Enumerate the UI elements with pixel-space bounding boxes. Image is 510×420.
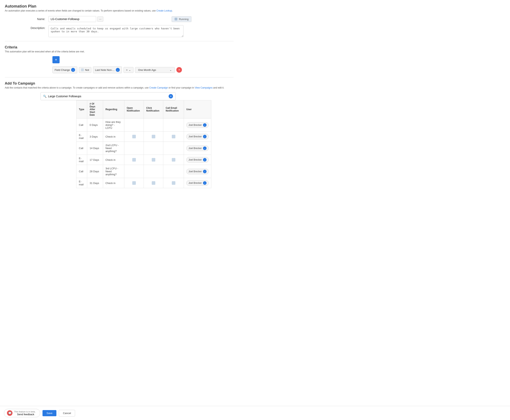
table-row: E-mail3 DaysCheck in Joel Brecker ⌄: [76, 132, 211, 142]
criteria-title: Criteria: [5, 45, 234, 49]
user-chevron-icon: ⌄: [203, 135, 206, 138]
user-chevron-icon: ⌄: [203, 158, 206, 162]
campaign-table: Type # Of Days After Start Date Regardin…: [76, 100, 211, 188]
user-dropdown[interactable]: Joel Brecker ⌄: [186, 157, 209, 163]
name-label: Name:: [29, 17, 48, 21]
one-month-dropdown[interactable]: One Month Ago ⌄: [135, 67, 175, 73]
field-change-dropdown[interactable]: Field Change ⌄: [53, 67, 77, 73]
table-row: Call0 DaysHow are they doing? - LCFU Joe…: [76, 119, 211, 132]
create-campaign-link[interactable]: Create Campaign: [149, 86, 168, 89]
name-dots-button[interactable]: ···: [97, 16, 103, 22]
col-regarding: Regarding: [103, 100, 124, 119]
campaign-search-icon: 🔍: [43, 95, 46, 98]
criteria-subtitle: This automation plan will be executed wh…: [5, 50, 234, 53]
clear-search-button[interactable]: ×: [169, 94, 173, 98]
add-to-campaign-title: Add To Campaign: [5, 81, 234, 86]
last-note-dropdown[interactable]: Last Note Non-... ⌄: [93, 67, 122, 73]
call_email-checkbox[interactable]: [172, 158, 175, 162]
col-call-email: Call Email Notification: [163, 100, 184, 119]
table-row: Call14 Days2nd LCFU - Need anything? Joe…: [76, 142, 211, 155]
col-user: User: [184, 100, 211, 119]
gt-chevron-icon: ⌄: [129, 68, 131, 71]
click-checkbox[interactable]: [152, 135, 155, 138]
call_email-checkbox[interactable]: [172, 181, 175, 185]
click-checkbox[interactable]: [152, 158, 155, 162]
page-subtitle: An automation plan executes a series of …: [5, 9, 234, 12]
field-change-chevron-icon: ⌄: [71, 68, 75, 72]
user-dropdown[interactable]: Joel Brecker ⌄: [186, 145, 209, 151]
description-textarea[interactable]: Calls and emails scheduled to keep us en…: [48, 25, 183, 37]
col-type: Type: [76, 100, 87, 119]
running-indicator: [175, 18, 177, 21]
add-to-campaign-subtitle: Add the contacts that matched the criter…: [5, 86, 234, 89]
open-checkbox[interactable]: [132, 181, 136, 185]
open-checkbox[interactable]: [132, 158, 136, 162]
not-button[interactable]: Not: [79, 67, 91, 73]
not-checkbox-icon: [81, 68, 84, 71]
gt-dropdown[interactable]: > ⌄: [123, 67, 134, 73]
user-chevron-icon: ⌄: [203, 181, 206, 185]
col-days: # Of Days After Start Date: [87, 100, 103, 119]
page-title: Automation Plan: [5, 4, 234, 8]
open-checkbox[interactable]: [132, 135, 136, 138]
user-dropdown[interactable]: Joel Brecker ⌄: [186, 180, 209, 186]
remove-criteria-button[interactable]: ×: [176, 67, 182, 73]
table-row: Call28 Days3rd LCFU - Need anything? Joe…: [76, 165, 211, 178]
user-chevron-icon: ⌄: [203, 146, 206, 150]
view-campaigns-link[interactable]: View Campaigns: [195, 86, 213, 89]
add-criteria-button[interactable]: +: [53, 56, 60, 63]
user-dropdown[interactable]: Joel Brecker ⌄: [186, 134, 209, 139]
table-row: E-mail17 DaysCheck in Joel Brecker ⌄: [76, 155, 211, 165]
user-chevron-icon: ⌄: [203, 123, 206, 127]
running-button[interactable]: Running: [172, 16, 191, 22]
description-label: Description:: [29, 25, 48, 30]
campaign-search-input[interactable]: [48, 95, 167, 98]
click-checkbox[interactable]: [152, 181, 155, 185]
col-open: Open Notification: [124, 100, 144, 119]
user-chevron-icon: ⌄: [203, 170, 206, 173]
col-click: Click Notification: [144, 100, 163, 119]
name-input[interactable]: [48, 16, 96, 22]
last-note-chevron-icon: ⌄: [116, 68, 120, 72]
table-row: E-mail31 DaysCheck in Joel Brecker ⌄: [76, 178, 211, 188]
campaign-search-box[interactable]: 🔍 ×: [40, 92, 175, 100]
user-dropdown[interactable]: Joel Brecker ⌄: [186, 122, 209, 128]
one-month-chevron-icon: ⌄: [170, 68, 172, 71]
user-dropdown[interactable]: Joel Brecker ⌄: [186, 169, 209, 174]
criteria-row: Field Change ⌄ Not Last Note Non-... ⌄ >…: [53, 67, 234, 73]
call_email-checkbox[interactable]: [172, 135, 175, 138]
create-lookup-link[interactable]: Create Lookup: [157, 9, 172, 12]
